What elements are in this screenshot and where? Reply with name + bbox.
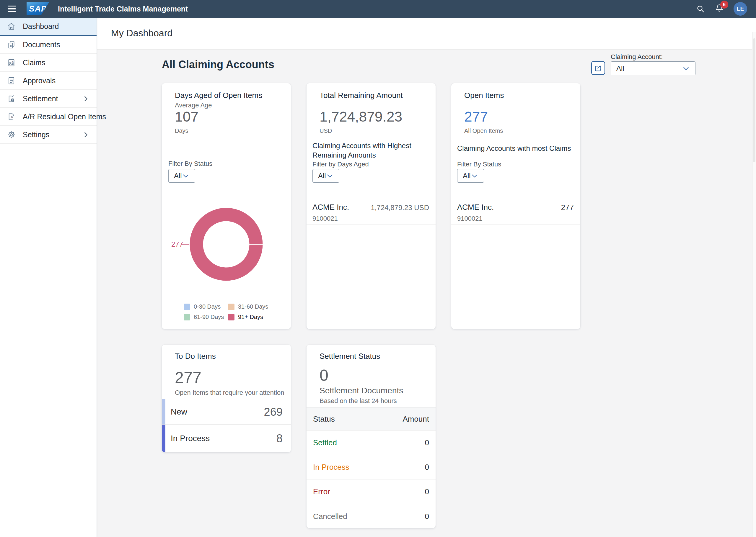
search-icon[interactable] xyxy=(696,4,705,14)
subsection-title: Claiming Accounts with most Claims xyxy=(457,144,575,153)
kpi-caption: Based on the last 24 hours xyxy=(320,397,397,405)
sidebar-item-label: A/R Residual Open Items xyxy=(23,112,106,121)
card-title[interactable]: To Do Items xyxy=(175,352,216,361)
card-title[interactable]: Days Aged of Open Items xyxy=(175,91,262,100)
claiming-account-label: Claiming Account: xyxy=(611,53,663,61)
kpi-unit: USD xyxy=(320,127,332,134)
sidebar-item-label: Claims xyxy=(23,59,45,67)
legend-swatch xyxy=(184,304,190,310)
status-filter-select[interactable]: All xyxy=(168,169,253,183)
account-name: ACME Inc. xyxy=(312,203,349,212)
kpi-unit: All Open Items xyxy=(464,127,503,134)
settlement-row-in-process[interactable]: In Process 0 xyxy=(306,455,436,479)
documents-icon xyxy=(7,40,16,49)
notifications-button[interactable]: 6 xyxy=(715,4,724,14)
chevron-down-icon xyxy=(682,64,690,72)
donut-segment-91plus[interactable] xyxy=(197,215,256,274)
kpi-value: 107 xyxy=(175,110,199,124)
sap-logo: SAP xyxy=(26,2,49,15)
settlement-row-cancelled[interactable]: Cancelled 0 xyxy=(306,504,436,528)
account-list-item[interactable]: ACME Inc. 1,724,879.23 USD 9100021 xyxy=(306,199,436,225)
legend-swatch xyxy=(228,304,235,310)
divider xyxy=(451,138,580,138)
card-to-do-items: To Do Items 277 Open Items that require … xyxy=(162,345,291,452)
legend-swatch xyxy=(184,314,190,320)
row-accent-bar xyxy=(162,399,165,424)
sidebar-item-settings[interactable]: Settings xyxy=(0,126,97,144)
settlement-table-header: Status Amount xyxy=(306,407,436,431)
legend-item-61-90-days[interactable]: 61-90 Days xyxy=(184,314,224,320)
sidebar-item-settlement[interactable]: Settlement xyxy=(0,90,97,108)
status-filter-select[interactable]: All xyxy=(457,169,542,183)
sidebar-item-approvals[interactable]: Approvals xyxy=(0,72,97,90)
status-amount: 0 xyxy=(425,463,429,472)
days-aged-donut-chart: 277 xyxy=(162,200,291,292)
claiming-account-value: All xyxy=(616,64,624,73)
todo-row-new[interactable]: New 269 xyxy=(162,399,291,424)
status-label: Settled xyxy=(313,438,337,447)
kpi-value: 1,724,879.23 xyxy=(320,110,402,124)
svg-text:$: $ xyxy=(12,60,14,63)
card-title[interactable]: Open Items xyxy=(464,91,504,100)
status-label: Error xyxy=(313,487,330,496)
card-title[interactable]: Total Remaining Amount xyxy=(320,91,403,100)
row-accent-bar xyxy=(162,425,165,452)
avatar[interactable]: LE xyxy=(734,2,747,16)
status-filter-value: All xyxy=(174,172,182,180)
app-root: SAP Intelligent Trade Claims Management … xyxy=(0,0,756,537)
kpi-value: 277 xyxy=(175,369,201,385)
settlement-icon xyxy=(7,95,16,103)
card-days-aged-of-open-items: Days Aged of Open Items Average Age 107 … xyxy=(162,83,291,329)
account-name: ACME Inc. xyxy=(457,203,494,212)
status-amount: 0 xyxy=(425,512,429,521)
todo-row-value: 269 xyxy=(264,405,283,418)
chevron-right-icon xyxy=(82,95,89,103)
export-button[interactable] xyxy=(591,61,605,75)
kpi-value: 277 xyxy=(464,110,488,124)
menu-icon[interactable] xyxy=(8,6,16,12)
home-icon xyxy=(7,22,16,31)
kpi-subtitle: Settlement Documents xyxy=(320,386,403,395)
claiming-account-select[interactable]: All xyxy=(611,62,695,75)
days-aged-filter-value: All xyxy=(318,172,326,180)
donut-data-label: 277 xyxy=(171,240,183,248)
account-id: 9100021 xyxy=(312,215,338,223)
sidebar-item-documents[interactable]: Documents xyxy=(0,36,97,54)
settlement-row-settled[interactable]: Settled 0 xyxy=(306,431,436,455)
account-amount: 1,724,879.23 USD xyxy=(371,204,429,212)
subsection-title: Claiming Accounts with Highest Remaining… xyxy=(312,141,430,160)
account-count: 277 xyxy=(561,203,574,212)
settlement-row-error[interactable]: Error 0 xyxy=(306,479,436,504)
approvals-icon xyxy=(7,76,16,85)
account-list-item[interactable]: ACME Inc. 277 9100021 xyxy=(451,199,580,225)
todo-row-in-process[interactable]: In Process 8 xyxy=(162,424,291,452)
kpi-unit: Days xyxy=(175,127,188,134)
notification-badge: 6 xyxy=(720,1,728,9)
sidebar-item-ar-residual-open-items[interactable]: $ A/R Residual Open Items xyxy=(0,108,97,126)
legend-item-91plus-days[interactable]: 91+ Days xyxy=(228,314,263,320)
chevron-down-icon xyxy=(326,172,334,180)
chevron-right-icon xyxy=(82,131,89,138)
card-title[interactable]: Settlement Status xyxy=(320,352,380,361)
divider xyxy=(162,138,291,138)
todo-row-label: In Process xyxy=(171,434,210,443)
sidebar-item-claims[interactable]: $ Claims xyxy=(0,54,97,72)
sap-logo-text: SAP xyxy=(26,4,47,14)
scrollbar-thumb[interactable] xyxy=(753,38,755,162)
status-filter-value: All xyxy=(463,172,471,180)
legend-item-0-30-days[interactable]: 0-30 Days xyxy=(184,303,221,310)
status-label: In Process xyxy=(313,463,349,472)
kpi-value: 0 xyxy=(320,367,329,383)
card-total-remaining-amount: Total Remaining Amount 1,724,879.23 USD … xyxy=(306,83,436,329)
sidebar-item-dashboard[interactable]: Dashboard xyxy=(0,18,97,36)
legend-item-31-60-days[interactable]: 31-60 Days xyxy=(228,303,268,310)
claims-icon: $ xyxy=(7,59,16,67)
vertical-scrollbar[interactable] xyxy=(752,32,756,537)
sidebar-item-label: Approvals xyxy=(23,76,56,85)
kpi-subtitle: Average Age xyxy=(175,102,212,109)
shell-bar-actions: 6 LE xyxy=(696,2,747,16)
status-amount: 0 xyxy=(425,438,429,447)
sidebar-item-label: Settlement xyxy=(23,95,58,103)
days-aged-filter-select[interactable]: All xyxy=(312,169,397,183)
account-id: 9100021 xyxy=(457,215,482,223)
